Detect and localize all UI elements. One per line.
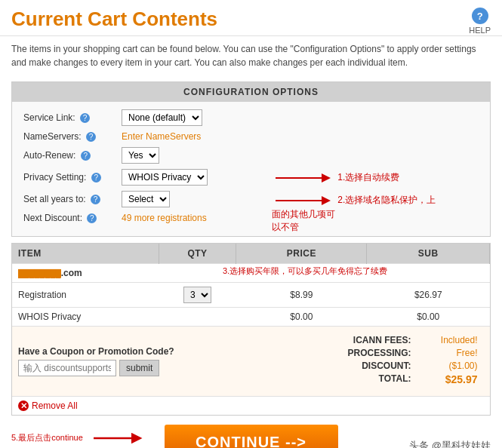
nameservers-row: NameServers: ? Enter NameServers — [23, 131, 479, 142]
continue-button[interactable]: CONTINUE --> — [165, 425, 338, 448]
domain-row: ████████.com — [12, 264, 490, 283]
totals-cell: ICANN FEES: Included! PROCESSING: Free! … — [236, 327, 490, 397]
remove-all-label: Remove All — [32, 400, 78, 411]
service-link-label: Service Link: ? — [23, 112, 122, 123]
totals-area: ICANN FEES: Included! PROCESSING: Free! … — [242, 330, 484, 392]
total-label: TOTAL: — [312, 373, 417, 385]
set-all-years-select[interactable]: Select 1 2 3 — [122, 191, 170, 207]
set-all-years-row: Set all years to: ? Select 1 2 3 — [23, 191, 479, 207]
nameservers-label: NameServers: ? — [23, 131, 122, 142]
enter-nameservers-link[interactable]: Enter NameServers — [122, 131, 201, 142]
remove-icon: ✕ — [18, 400, 29, 411]
next-discount-row: Next Discount: ? 49 more registrations — [23, 213, 479, 223]
coupon-submit-button[interactable]: submit — [119, 360, 159, 376]
icann-label: ICANN FEES: — [312, 335, 417, 345]
next-discount-label: Next Discount: ? — [23, 213, 122, 223]
col-qty: QTY — [159, 244, 236, 264]
cart-table-container: ITEM QTY PRICE SUB ████████.com — [11, 243, 491, 416]
auto-renew-value[interactable]: Yes No — [122, 147, 159, 164]
discount-row: DISCOUNT: ($1.00) — [248, 361, 478, 371]
total-row: TOTAL: $25.97 — [248, 373, 478, 385]
nameservers-help-icon[interactable]: ? — [86, 132, 96, 142]
registration-label: Registration — [12, 283, 159, 308]
page-header: Current Cart Contents ? HELP — [0, 0, 502, 36]
next-discount-value: 49 more registrations — [122, 213, 207, 223]
whois-row: WHOIS Privacy $0.00 $0.00 — [12, 308, 490, 327]
whois-sub: $0.00 — [367, 308, 490, 327]
qty-select[interactable]: 3 1 2 — [183, 287, 211, 303]
registration-row: Registration 3 1 2 $8.99 $26.97 — [12, 283, 490, 308]
processing-row: PROCESSING: Free! — [248, 348, 478, 358]
config-form: Service Link: ? None (default) NameServe… — [12, 102, 490, 236]
cart-table-header-row: ITEM QTY PRICE SUB — [12, 244, 490, 264]
help-icon: ? — [472, 8, 488, 24]
processing-label: PROCESSING: — [312, 348, 417, 358]
service-link-row: Service Link: ? None (default) — [23, 109, 479, 126]
privacy-setting-help-icon[interactable]: ? — [91, 173, 101, 183]
coupon-row: Have a Coupon or Promotion Code? submit … — [12, 327, 490, 397]
col-price: PRICE — [236, 244, 367, 264]
bottom-area: 5.最后点击continue CONTINUE --> — [0, 425, 502, 448]
privacy-setting-select[interactable]: WHOIS Privacy None — [122, 169, 208, 186]
auto-renew-help-icon[interactable]: ? — [81, 151, 91, 161]
cart-section: 3.选择购买年限，可以多买几年免得忘了续费 ITEM QTY PRICE SUB — [0, 243, 502, 416]
qty-cell[interactable]: 3 1 2 — [159, 283, 236, 308]
nameservers-value: Enter NameServers — [122, 131, 201, 142]
help-button[interactable]: ? HELP — [469, 8, 491, 35]
col-item: ITEM — [12, 244, 159, 264]
coupon-input-row: submit — [18, 360, 230, 376]
coupon-cell: Have a Coupon or Promotion Code? submit — [12, 327, 236, 397]
whois-price: $0.00 — [236, 308, 367, 327]
service-link-value[interactable]: None (default) — [122, 109, 202, 126]
page-wrapper: Current Cart Contents ? HELP The items i… — [0, 0, 502, 448]
auto-renew-select[interactable]: Yes No — [122, 147, 159, 164]
description-text: The items in your shopping cart can be f… — [0, 36, 502, 75]
cart-table: ITEM QTY PRICE SUB ████████.com — [12, 244, 490, 396]
coupon-label: Have a Coupon or Promotion Code? — [18, 346, 230, 357]
set-all-years-label: Set all years to: ? — [23, 194, 122, 204]
domain-name-cell: ████████.com — [12, 264, 159, 283]
page-title: Current Cart Contents — [11, 8, 491, 31]
discount-value: ($1.00) — [417, 361, 478, 371]
config-panel: CONFIGURATION OPTIONS Service Link: ? No… — [11, 81, 491, 237]
next-discount-help-icon[interactable]: ? — [87, 213, 97, 223]
remove-all-button[interactable]: ✕ Remove All — [18, 400, 78, 411]
domain-tld: .com — [61, 268, 82, 278]
registration-sub: $26.97 — [367, 283, 490, 308]
config-panel-header: CONFIGURATION OPTIONS — [12, 82, 490, 102]
set-all-years-help-icon[interactable]: ? — [91, 195, 100, 204]
auto-renew-row: Auto-Renew: ? Yes No — [23, 147, 479, 164]
privacy-setting-label: Privacy Setting: ? — [23, 172, 122, 183]
registration-price: $8.99 — [236, 283, 367, 308]
total-value: $25.97 — [417, 373, 478, 385]
coupon-input[interactable] — [18, 360, 116, 376]
whois-label: WHOIS Privacy — [12, 308, 159, 327]
service-link-select[interactable]: None (default) — [122, 109, 202, 126]
config-section: CONFIGURATION OPTIONS Service Link: ? No… — [0, 81, 502, 237]
privacy-setting-value[interactable]: WHOIS Privacy None — [122, 169, 208, 186]
icann-value: Included! — [417, 335, 478, 345]
service-link-help-icon[interactable]: ? — [80, 113, 90, 123]
col-sub: SUB — [367, 244, 490, 264]
processing-value: Free! — [417, 348, 478, 358]
help-label: HELP — [469, 26, 491, 35]
set-all-years-value[interactable]: Select 1 2 3 — [122, 191, 170, 207]
domain-name-masked: ████████ — [18, 269, 61, 278]
privacy-setting-row: Privacy Setting: ? WHOIS Privacy None — [23, 169, 479, 186]
remove-all-row: ✕ Remove All — [12, 396, 490, 415]
discount-label: DISCOUNT: — [312, 361, 417, 371]
continue-button-wrap: CONTINUE --> — [11, 425, 491, 448]
icann-row: ICANN FEES: Included! — [248, 335, 478, 345]
auto-renew-label: Auto-Renew: ? — [23, 150, 122, 161]
